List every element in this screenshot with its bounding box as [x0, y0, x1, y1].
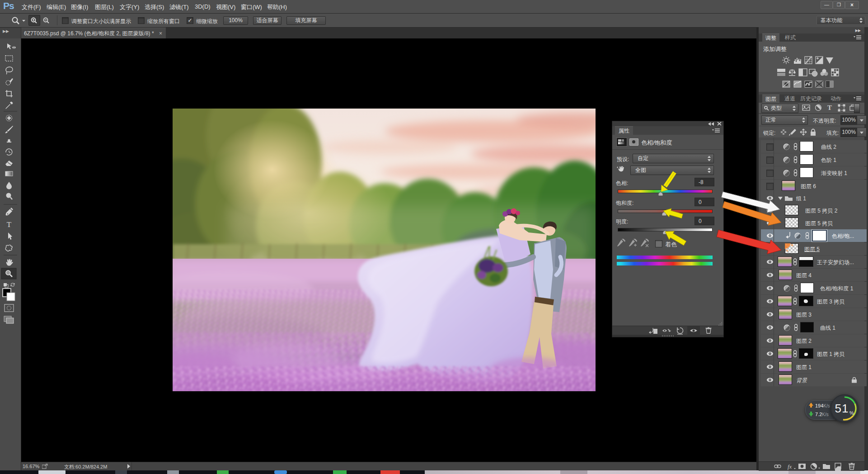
svg-text:T: T: [827, 104, 832, 111]
svg-text:7.2K/s: 7.2K/s: [815, 412, 829, 417]
svg-text:fx: fx: [788, 463, 792, 470]
svg-text:51: 51: [835, 402, 849, 415]
svg-text:194K/s: 194K/s: [815, 403, 830, 408]
svg-text:T: T: [7, 220, 12, 229]
svg-text:%: %: [849, 410, 854, 416]
